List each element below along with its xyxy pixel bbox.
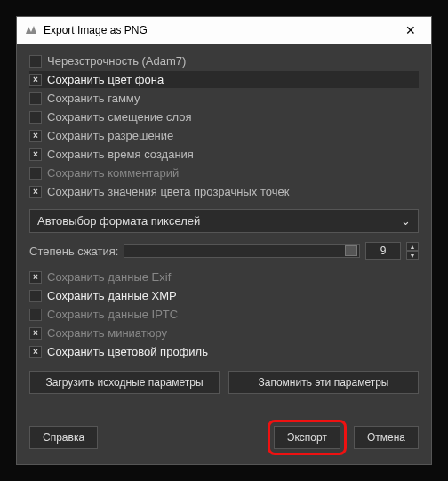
metadata-group: Сохранить данные Exif Сохранить данные X… <box>29 269 419 360</box>
label-offset: Сохранить смещение слоя <box>47 110 191 124</box>
checkbox-ctime[interactable] <box>29 148 42 161</box>
export-highlight: Экспорт <box>268 420 347 455</box>
checkbox-thumb[interactable] <box>29 327 42 340</box>
checkbox-offset[interactable] <box>29 111 42 124</box>
meta-profile[interactable]: Сохранить цветовой профиль <box>29 343 419 360</box>
chevron-down-icon: ⌄ <box>401 214 411 228</box>
label-resolution: Сохранить разрешение <box>47 129 173 142</box>
slider-thumb[interactable] <box>345 245 357 256</box>
compression-spinners: ▲ ▼ <box>406 242 419 260</box>
meta-iptc[interactable]: Сохранить данные IPTC <box>29 306 419 323</box>
action-row: Справка Экспорт Отмена <box>29 407 419 455</box>
checkbox-interlace[interactable] <box>29 55 42 68</box>
titlebar: Export Image as PNG ✕ <box>17 17 431 44</box>
option-offset[interactable]: Сохранить смещение слоя <box>29 108 419 125</box>
checkbox-comment[interactable] <box>29 167 42 180</box>
option-interlace[interactable]: Черезстрочность (Adam7) <box>29 52 419 69</box>
option-transp[interactable]: Сохранить значения цвета прозрачных точе… <box>29 183 419 200</box>
pixel-format-selected: Автовыбор формата пикселей <box>37 214 200 228</box>
spin-down[interactable]: ▼ <box>406 251 419 260</box>
option-resolution[interactable]: Сохранить разрешение <box>29 127 419 144</box>
option-bgcolor[interactable]: Сохранить цвет фона <box>29 71 419 88</box>
checkbox-transp[interactable] <box>29 186 42 198</box>
option-gamma[interactable]: Сохранить гамму <box>29 90 419 107</box>
label-xmp: Сохранить данные XMP <box>47 289 177 302</box>
compression-value[interactable] <box>365 242 401 260</box>
label-comment: Сохранить комментарий <box>47 166 179 180</box>
checkbox-xmp[interactable] <box>29 290 42 302</box>
load-defaults-button[interactable]: Загрузить исходные параметры <box>29 371 220 394</box>
label-thumb: Сохранить миниатюру <box>47 326 167 340</box>
label-gamma: Сохранить гамму <box>47 92 140 105</box>
label-bgcolor: Сохранить цвет фона <box>47 73 164 86</box>
meta-xmp[interactable]: Сохранить данные XMP <box>29 287 419 304</box>
export-png-dialog: Export Image as PNG ✕ Черезстрочность (A… <box>16 16 432 465</box>
checkbox-iptc[interactable] <box>29 309 42 321</box>
option-ctime[interactable]: Сохранить время создания <box>29 146 419 163</box>
checkbox-profile[interactable] <box>29 346 42 358</box>
compression-slider[interactable] <box>124 244 360 258</box>
label-exif: Сохранить данные Exif <box>47 270 171 284</box>
window-title: Export Image as PNG <box>44 24 148 36</box>
meta-thumb[interactable]: Сохранить миниатюру <box>29 325 419 341</box>
defaults-row: Загрузить исходные параметры Запомнить э… <box>29 371 419 394</box>
meta-exif[interactable]: Сохранить данные Exif <box>29 269 419 285</box>
export-button[interactable]: Экспорт <box>274 426 340 449</box>
label-ctime: Сохранить время создания <box>47 148 194 161</box>
label-interlace: Черезстрочность (Adam7) <box>47 54 186 68</box>
help-button[interactable]: Справка <box>29 426 98 449</box>
compression-label: Степень сжатия: <box>29 245 118 258</box>
compression-row: Степень сжатия: ▲ ▼ <box>29 242 419 260</box>
checkbox-exif[interactable] <box>29 271 42 284</box>
label-iptc: Сохранить данные IPTC <box>47 308 178 321</box>
dialog-content: Черезстрочность (Adam7) Сохранить цвет ф… <box>17 44 431 464</box>
app-icon <box>24 23 38 37</box>
save-defaults-button[interactable]: Запомнить эти параметры <box>228 371 419 394</box>
option-comment[interactable]: Сохранить комментарий <box>29 164 419 181</box>
checkbox-bgcolor[interactable] <box>29 74 42 86</box>
pixel-format-dropdown[interactable]: Автовыбор формата пикселей ⌄ <box>29 209 419 233</box>
label-transp: Сохранить значения цвета прозрачных точе… <box>47 185 289 198</box>
checkbox-resolution[interactable] <box>29 130 42 142</box>
checkbox-gamma[interactable] <box>29 92 42 105</box>
spin-up[interactable]: ▲ <box>406 242 419 251</box>
label-profile: Сохранить цветовой профиль <box>47 345 208 358</box>
close-button[interactable]: ✕ <box>397 23 424 37</box>
cancel-button[interactable]: Отмена <box>354 426 419 449</box>
